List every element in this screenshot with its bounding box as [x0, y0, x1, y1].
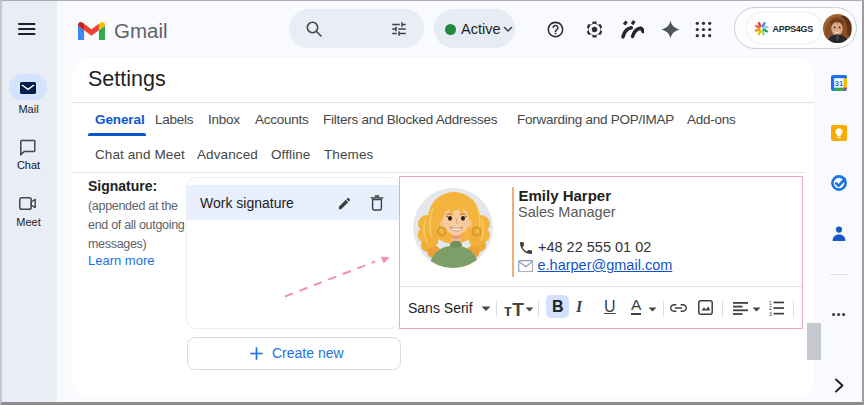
svg-text:31: 31: [835, 79, 843, 88]
svg-text:3: 3: [769, 311, 772, 316]
